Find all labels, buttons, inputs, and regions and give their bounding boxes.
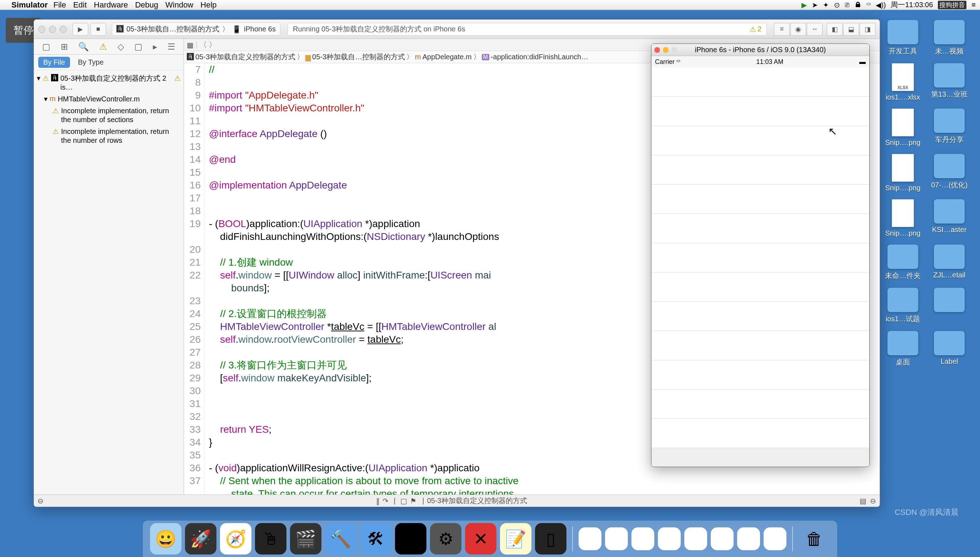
location-icon[interactable]: ➤: [812, 1, 818, 9]
table-row[interactable]: [651, 272, 869, 302]
dock-minimized-window[interactable]: [737, 528, 760, 550]
dock-app-red[interactable]: ✕: [465, 523, 496, 554]
filter-by-type[interactable]: By Type: [73, 57, 109, 68]
right-panel-icon[interactable]: ◨: [859, 23, 876, 36]
dock-minimized-window[interactable]: [605, 528, 628, 550]
desktop-item[interactable]: ios1…试题: [881, 288, 924, 324]
report-nav-icon[interactable]: ☰: [168, 42, 175, 52]
test-nav-icon[interactable]: ◇: [117, 42, 124, 52]
table-row[interactable]: [651, 360, 869, 389]
desktop-item[interactable]: 车丹分享: [928, 109, 971, 147]
record-icon[interactable]: ⊙: [834, 1, 840, 9]
dock-xcode[interactable]: 🔨: [325, 523, 356, 554]
volume-icon[interactable]: ◀︎)): [876, 1, 886, 9]
play-status-icon[interactable]: ▶︎: [801, 1, 807, 9]
desktop-item[interactable]: 桌面: [881, 331, 924, 367]
dock-notes[interactable]: 📝: [500, 523, 532, 554]
standard-editor-icon[interactable]: ≡: [774, 23, 790, 36]
close-icon[interactable]: [654, 47, 660, 53]
assistant-editor-icon[interactable]: ◉: [790, 23, 806, 36]
simulator-titlebar[interactable]: iPhone 6s - iPhone 6s / iOS 9.0 (13A340): [651, 44, 869, 56]
table-row[interactable]: [651, 155, 869, 185]
notification-center-icon[interactable]: ≡: [972, 1, 976, 9]
desktop-item[interactable]: Snip….png: [881, 154, 924, 192]
left-panel-icon[interactable]: ◧: [827, 23, 843, 36]
step-over-icon[interactable]: ↷: [383, 497, 388, 505]
menu-debug[interactable]: Debug: [135, 0, 158, 10]
symbol-nav-icon[interactable]: ⊞: [61, 42, 68, 52]
navigator-tabs[interactable]: ▢ ⊞ 🔍 ⚠ ◇ ▢ ▸ ☰: [34, 39, 184, 55]
table-row[interactable]: [651, 419, 869, 448]
version-editor-icon[interactable]: ↔: [807, 23, 822, 36]
table-row[interactable]: [651, 389, 869, 419]
display-icon[interactable]: ⎚: [845, 1, 849, 9]
variables-view-icon[interactable]: ▤: [859, 497, 866, 505]
desktop-item[interactable]: ios1….xlsx: [881, 63, 924, 101]
console-view-icon[interactable]: ⊖: [870, 497, 876, 505]
table-row[interactable]: [651, 302, 869, 331]
desktop-item[interactable]: Snip….png: [881, 199, 924, 238]
nav-project-row[interactable]: ▾⚠ 🅰 05-3种加载自定义控制器的方式 2 is… ⚠: [34, 72, 184, 93]
dock-trash[interactable]: 🗑: [799, 523, 830, 554]
menubar-clock[interactable]: 周一11:03:06: [891, 0, 933, 10]
menu-hardware[interactable]: Hardware: [94, 0, 128, 10]
desktop-item[interactable]: 开发工具: [881, 20, 924, 56]
run-button[interactable]: ▶: [72, 23, 88, 36]
filter-icon[interactable]: ⊖: [38, 497, 44, 505]
dock-finder[interactable]: 😀: [150, 523, 181, 554]
related-items-icon[interactable]: ▦: [187, 41, 194, 49]
desktop-item[interactable]: 第13…业班: [928, 63, 971, 101]
dock-launchpad[interactable]: 🚀: [185, 523, 217, 554]
panel-toggle-segment[interactable]: ◧ ⬓ ◨: [827, 23, 876, 36]
nav-issue-row[interactable]: ⚠ Incomplete implementation, return the …: [34, 105, 184, 126]
debug-console-icon[interactable]: ▢: [400, 497, 407, 505]
desktop-item[interactable]: 未…视频: [928, 20, 971, 56]
menu-help[interactable]: Help: [201, 0, 217, 10]
table-row[interactable]: [651, 243, 869, 272]
dock-terminal[interactable]: ▯: [395, 523, 426, 554]
desktop-item[interactable]: KSI…aster: [928, 199, 971, 238]
filter-by-file[interactable]: By File: [38, 57, 70, 68]
nav-issue-row[interactable]: ⚠ Incomplete implementation, return the …: [34, 126, 184, 147]
dock-minimized-window[interactable]: [579, 528, 602, 550]
back-icon[interactable]: 〈: [200, 40, 207, 50]
ime-indicator[interactable]: 搜狗拼音: [938, 1, 967, 9]
table-row[interactable]: [651, 185, 869, 214]
issue-nav-icon[interactable]: ⚠: [99, 42, 107, 52]
desktop-item[interactable]: 07-…(优化): [928, 154, 971, 192]
dock-minimized-window[interactable]: [763, 528, 786, 550]
menu-file[interactable]: File: [53, 0, 66, 10]
dock-minimized-window[interactable]: [711, 528, 734, 550]
menubar-app-name[interactable]: Simulator: [11, 0, 47, 10]
warning-icon[interactable]: ⚠: [750, 25, 756, 34]
wifi-icon[interactable]: ⌔: [866, 1, 871, 9]
nav-file-row[interactable]: ▾ m HMTableViewController.m: [34, 93, 184, 105]
dock-imovie[interactable]: 🎬: [290, 523, 321, 554]
lock-icon[interactable]: 🔒︎: [854, 1, 861, 9]
scheme-selector[interactable]: 🅰 05-3种加载自…控制器的方式 〉 📱 iPhone 6s: [112, 23, 280, 36]
table-row[interactable]: [651, 331, 869, 360]
desktop-item[interactable]: Snip….png: [881, 109, 924, 147]
bottom-panel-icon[interactable]: ⬓: [843, 23, 859, 36]
dock-minimized-window[interactable]: [684, 528, 707, 550]
debug-nav-icon[interactable]: ▢: [134, 42, 142, 52]
dock-xcode2[interactable]: 🛠: [360, 523, 391, 554]
plus-icon[interactable]: ✦: [823, 1, 829, 9]
dock-mouse[interactable]: 🖱: [255, 523, 287, 554]
table-row[interactable]: [651, 67, 869, 97]
table-row[interactable]: [651, 97, 869, 126]
dock-safari[interactable]: 🧭: [220, 523, 251, 554]
dock-terminal2[interactable]: ▯: [535, 523, 566, 554]
dock-minimized-window[interactable]: [631, 528, 654, 550]
desktop-item[interactable]: [928, 288, 971, 324]
project-nav-icon[interactable]: ▢: [42, 42, 51, 52]
tag-icon[interactable]: ⚑: [410, 497, 416, 505]
dock-minimized-window[interactable]: [658, 528, 681, 550]
forward-icon[interactable]: 〉: [209, 40, 216, 50]
stop-button[interactable]: ■: [90, 23, 106, 36]
minimize-icon[interactable]: [663, 47, 669, 53]
editor-mode-segment[interactable]: ≡ ◉ ↔: [774, 23, 822, 36]
window-traffic-lights[interactable]: [38, 26, 67, 33]
desktop-item[interactable]: Label: [928, 331, 971, 367]
desktop-item[interactable]: ZJL…etail: [928, 244, 971, 281]
